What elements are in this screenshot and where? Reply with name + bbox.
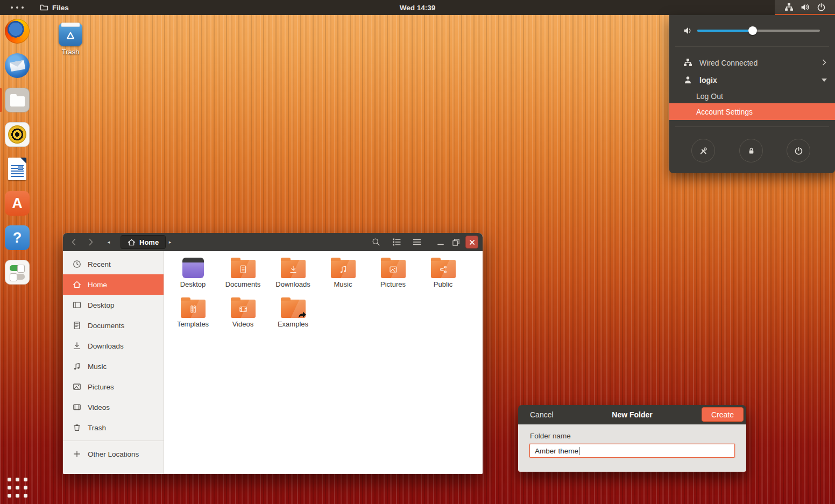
- sidebar-item-pictures[interactable]: Pictures: [63, 377, 164, 397]
- desktop-screen: Files Wed 14:39: [0, 0, 835, 504]
- menu-item-user[interactable]: logix: [669, 72, 835, 88]
- path-button-home[interactable]: Home: [121, 235, 166, 249]
- lock-button[interactable]: [739, 139, 763, 162]
- header-bar[interactable]: ◂ Home ▸: [63, 233, 483, 251]
- folder-name-input[interactable]: Amber theme: [529, 444, 735, 458]
- user-icon: [683, 75, 692, 84]
- power-icon: [817, 3, 826, 12]
- sidebar-item-label: Pictures: [88, 383, 114, 391]
- trash-label: Trash: [56, 48, 84, 56]
- activities-dot-icon: [16, 6, 18, 9]
- image-placeholder-icon: [18, 166, 23, 170]
- folder-name-value: Amber theme: [535, 447, 578, 455]
- dock-help-icon[interactable]: ?: [5, 225, 30, 250]
- folder-desktop[interactable]: Desktop: [168, 257, 218, 296]
- recycle-icon: [65, 30, 76, 42]
- trash-lid-icon: [61, 23, 80, 26]
- folder-music[interactable]: Music: [318, 257, 368, 296]
- videos-icon: [73, 403, 81, 411]
- search-button[interactable]: [370, 236, 383, 249]
- dock-firefox-icon[interactable]: [5, 19, 30, 44]
- dock-thunderbird-icon[interactable]: [5, 53, 30, 78]
- volume-slider-fill: [697, 30, 753, 32]
- top-bar: Files Wed 14:39: [0, 0, 835, 15]
- sidebar-item-label: Videos: [88, 403, 110, 411]
- sidebar-item-label: Downloads: [88, 342, 124, 350]
- desktop-folder-icon: [182, 258, 204, 278]
- dock-rhythmbox-icon[interactable]: [5, 122, 30, 147]
- menu-item-label: logix: [699, 76, 717, 84]
- folder-pictures[interactable]: Pictures: [368, 257, 418, 296]
- activities-dot-icon: [22, 6, 24, 9]
- grid-dot-icon: [16, 486, 19, 489]
- volume-icon: [801, 3, 810, 12]
- desktop-icon: [73, 301, 81, 309]
- dock-ubuntu-software-icon[interactable]: A: [5, 191, 30, 216]
- sidebar-item-downloads[interactable]: Downloads: [63, 336, 164, 356]
- desktop-trash-icon[interactable]: Trash: [56, 23, 84, 56]
- sidebar-item-documents[interactable]: Documents: [63, 315, 164, 336]
- app-menu-files[interactable]: Files: [34, 0, 74, 15]
- folder-label: Documents: [225, 280, 261, 288]
- folder-examples[interactable]: Examples: [268, 296, 318, 336]
- menu-item-log-out[interactable]: Log Out: [669, 88, 835, 104]
- dock-files-icon[interactable]: [5, 88, 30, 112]
- sidebar-item-home[interactable]: Home: [63, 274, 164, 295]
- dock-settings-icon[interactable]: [5, 260, 30, 285]
- menu-item-network[interactable]: Wired Connected: [669, 54, 835, 71]
- sidebar-item-desktop[interactable]: Desktop: [63, 295, 164, 315]
- plus-icon: [73, 450, 81, 458]
- download-glyph-icon: [280, 261, 306, 278]
- close-button[interactable]: [465, 236, 478, 249]
- folder-public[interactable]: Public: [418, 257, 468, 296]
- menu-separator: [675, 46, 829, 47]
- clock[interactable]: Wed 14:39: [0, 0, 835, 15]
- sidebar-item-label: Home: [88, 281, 107, 289]
- create-button[interactable]: Create: [702, 407, 744, 422]
- volume-slider-handle[interactable]: [748, 26, 757, 35]
- power-button[interactable]: [787, 139, 810, 162]
- minimize-button[interactable]: [434, 236, 447, 249]
- folder-templates[interactable]: Templates: [168, 296, 218, 336]
- folder-downloads[interactable]: Downloads: [268, 257, 318, 296]
- grid-dot-icon: [24, 478, 27, 481]
- sidebar-item-videos[interactable]: Videos: [63, 397, 164, 417]
- folder-videos[interactable]: Videos: [218, 296, 268, 336]
- sidebar-item-trash[interactable]: Trash: [63, 417, 164, 438]
- show-applications-button[interactable]: [6, 476, 29, 499]
- music-glyph-icon: [330, 261, 356, 278]
- activities-button[interactable]: [11, 0, 24, 15]
- path-prev-arrow-icon[interactable]: ◂: [105, 233, 112, 251]
- path-next-arrow-icon[interactable]: ▸: [166, 233, 174, 251]
- volume-slider[interactable]: [697, 30, 820, 32]
- new-folder-dialog: Cancel New Folder Create Folder name Amb…: [518, 405, 746, 472]
- grid-dot-icon: [8, 486, 11, 489]
- grid-dot-icon: [8, 494, 11, 498]
- pictures-icon: [73, 382, 81, 391]
- list-view-button[interactable]: [390, 236, 403, 249]
- sidebar-item-music[interactable]: Music: [63, 356, 164, 377]
- menu-separator: [675, 126, 829, 127]
- sidebar-item-recent[interactable]: Recent: [63, 254, 164, 274]
- maximize-button[interactable]: [449, 236, 462, 249]
- menu-button[interactable]: [411, 236, 423, 249]
- clock-label: Wed 14:39: [400, 4, 436, 12]
- path-button-label: Home: [139, 238, 159, 246]
- settings-button[interactable]: [691, 139, 715, 162]
- dock-libreoffice-writer-icon[interactable]: [5, 157, 30, 181]
- video-glyph-icon: [230, 301, 256, 318]
- system-tray[interactable]: [775, 0, 835, 15]
- menu-item-account-settings[interactable]: Account Settings: [669, 103, 835, 120]
- forward-button[interactable]: [84, 233, 97, 251]
- folder-label: Desktop: [180, 280, 206, 288]
- folder-label: Music: [334, 280, 352, 288]
- document-icon: [8, 158, 26, 180]
- sidebar-item-other-locations[interactable]: Other Locations: [63, 444, 164, 464]
- folder-documents[interactable]: Documents: [218, 257, 268, 296]
- grid-dot-icon: [16, 478, 19, 481]
- back-button[interactable]: [67, 233, 80, 251]
- network-icon: [784, 3, 794, 12]
- software-letter: A: [12, 195, 23, 212]
- picture-glyph-icon: [380, 261, 406, 278]
- cancel-button[interactable]: Cancel: [530, 410, 554, 419]
